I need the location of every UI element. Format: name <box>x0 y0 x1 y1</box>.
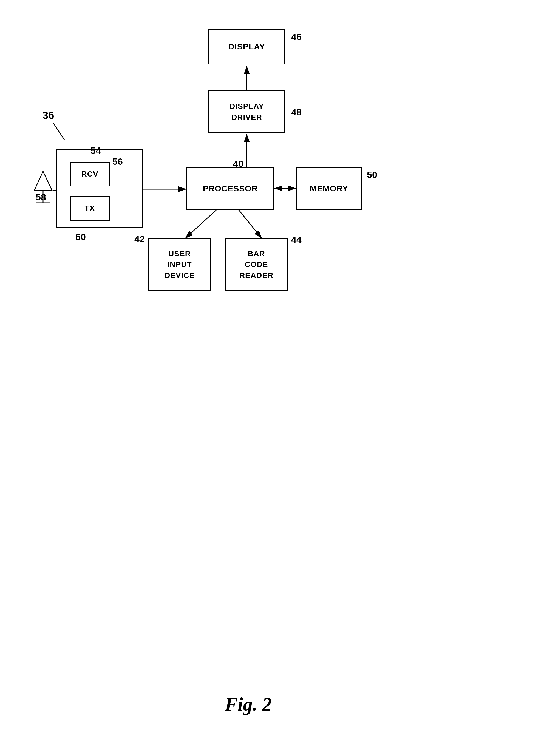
ref-46: 46 <box>291 32 302 42</box>
display-driver-block: DISPLAYDRIVER <box>208 90 285 133</box>
ref-58: 58 <box>36 192 46 203</box>
ref-60: 60 <box>75 232 86 242</box>
ref-54: 54 <box>90 145 101 156</box>
ref-44: 44 <box>291 234 302 245</box>
display-label: DISPLAY <box>228 42 265 51</box>
ref-48: 48 <box>291 107 302 118</box>
display-block: DISPLAY <box>208 29 285 64</box>
bar-code-block: BARCODEREADER <box>225 238 288 291</box>
user-input-label: USERINPUTDEVICE <box>165 248 195 281</box>
ref-42: 42 <box>134 234 145 245</box>
svg-marker-2 <box>34 171 52 191</box>
tx-label: TX <box>85 204 95 213</box>
bar-code-label: BARCODEREADER <box>239 248 273 281</box>
ref-56: 56 <box>112 156 123 167</box>
figure-label: Fig. 2 <box>225 694 272 715</box>
ref-50: 50 <box>367 169 377 180</box>
diagram: DISPLAY DISPLAYDRIVER PROCESSOR MEMORY U… <box>0 0 544 756</box>
line-barcode-processor <box>239 210 262 238</box>
memory-block: MEMORY <box>296 167 362 210</box>
tx-block: TX <box>70 196 110 221</box>
line-userinput-processor <box>185 210 217 238</box>
line-36-ref <box>53 123 64 140</box>
display-driver-label: DISPLAYDRIVER <box>229 101 264 122</box>
ref-36: 36 <box>43 110 54 121</box>
user-input-block: USERINPUTDEVICE <box>148 238 211 291</box>
rcv-label: RCV <box>81 170 98 178</box>
rcv-block: RCV <box>70 162 110 186</box>
processor-block: PROCESSOR <box>186 167 274 210</box>
processor-label: PROCESSOR <box>203 184 258 193</box>
memory-label: MEMORY <box>310 184 348 193</box>
ref-40: 40 <box>233 158 243 169</box>
